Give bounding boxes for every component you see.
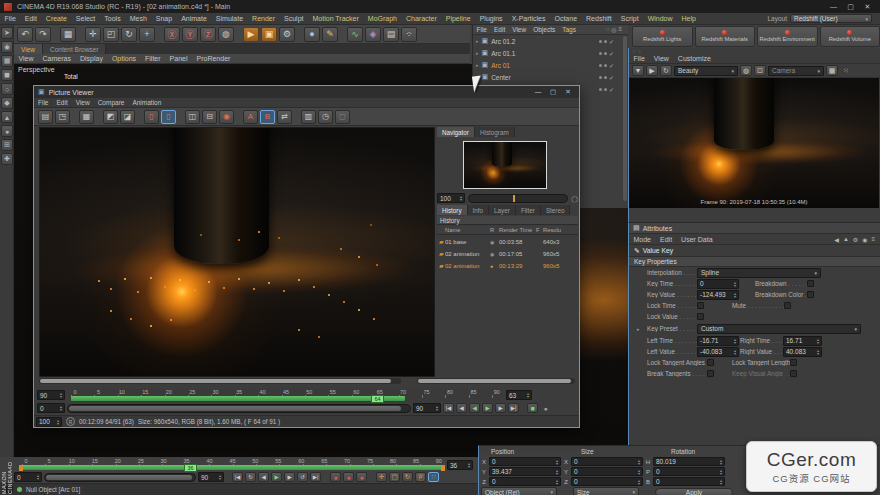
- pv-minimize-icon[interactable]: —: [531, 88, 545, 96]
- stepper-icon[interactable]: [817, 349, 819, 355]
- menu-animate[interactable]: Animate: [177, 15, 212, 22]
- current-frame-field[interactable]: 36: [447, 460, 473, 470]
- expand-icon[interactable]: ▸: [637, 326, 640, 332]
- close-icon[interactable]: ✕: [859, 0, 876, 13]
- lock-tangent-lengths-checkbox[interactable]: [790, 359, 797, 366]
- stepper-icon[interactable]: [57, 419, 59, 425]
- menu-character[interactable]: Character: [402, 15, 442, 22]
- restart-render-icon[interactable]: ↻: [660, 65, 672, 76]
- stepper-icon[interactable]: [556, 459, 558, 465]
- new-material-icon[interactable]: ●: [304, 27, 320, 42]
- redshift-lights-button[interactable]: Redshift Lights: [632, 26, 693, 47]
- pv-menu-animation[interactable]: Animation: [128, 99, 165, 106]
- set-b-icon[interactable]: B: [260, 110, 275, 124]
- enabled-check-icon[interactable]: ✓: [609, 74, 614, 81]
- render-settings-icon[interactable]: ⚙: [279, 27, 295, 42]
- range-thumb[interactable]: [69, 406, 401, 411]
- layout-dropdown[interactable]: Redshift (User)▾: [790, 14, 872, 23]
- vp-menu-view[interactable]: View: [14, 55, 38, 62]
- range-start-field[interactable]: 0: [14, 472, 42, 482]
- right-time-field[interactable]: 16.71: [783, 336, 822, 346]
- pv-range-end-field[interactable]: 90: [413, 403, 441, 413]
- main-timeline-ruler[interactable]: 051015202530354045505560657075808590 36: [22, 458, 443, 471]
- stepper-icon[interactable]: [720, 459, 722, 465]
- stereo-icon[interactable]: ◻: [335, 110, 350, 124]
- record-scale-icon[interactable]: ▢: [389, 472, 400, 482]
- prev-frame-icon[interactable]: ◀: [258, 472, 269, 482]
- stepper-icon[interactable]: [37, 474, 39, 480]
- pv-zoom-field[interactable]: 100: [36, 417, 62, 427]
- pv-timeline-ruler[interactable]: 051015202530354045505560657075808590 64: [71, 389, 501, 402]
- scrollbar-thumb[interactable]: [418, 379, 571, 383]
- history-row-1[interactable]: ▰ 01 base ◉ 00:03:58 640x3: [437, 236, 578, 247]
- left-value-field[interactable]: -40.083: [697, 347, 739, 357]
- menu-xparticles[interactable]: X-Particles: [507, 15, 550, 22]
- nav-zoom-slider[interactable]: [468, 194, 568, 203]
- stepper-icon[interactable]: [720, 469, 722, 475]
- col-name[interactable]: Name: [437, 227, 490, 233]
- rotate-icon[interactable]: ↻: [121, 27, 137, 42]
- pv-menu-file[interactable]: File: [34, 99, 52, 106]
- render-dot[interactable]: [604, 40, 607, 43]
- stepper-icon[interactable]: [556, 479, 558, 485]
- tab-info[interactable]: Info: [468, 205, 490, 215]
- axis-mode-icon[interactable]: ●: [1, 125, 13, 137]
- stepper-icon[interactable]: [638, 459, 640, 465]
- compare-b-icon[interactable]: ◪: [120, 110, 135, 124]
- history-row-3-selected[interactable]: ▰ 02 animation ● 00:13:29 960x5: [437, 260, 578, 271]
- shader-pen-icon[interactable]: ✎: [322, 27, 338, 42]
- stepper-icon[interactable]: [527, 392, 529, 398]
- viewport-camera-label[interactable]: Perspective: [18, 66, 55, 73]
- histogram-icon[interactable]: ▥: [301, 110, 316, 124]
- rotation-p-field[interactable]: 0: [653, 467, 725, 476]
- om-menu-tags[interactable]: Tags: [559, 26, 580, 33]
- render-view-icon[interactable]: ▶: [243, 27, 259, 42]
- tab-history[interactable]: History: [437, 205, 468, 215]
- tab-histogram[interactable]: Histogram: [475, 127, 515, 137]
- visibility-dot[interactable]: [599, 64, 602, 67]
- reset-zoom-icon[interactable]: ◯: [571, 195, 578, 202]
- texture-mode-icon[interactable]: ▦: [1, 55, 13, 67]
- menu-pipeline[interactable]: Pipeline: [441, 15, 475, 22]
- goto-end-icon[interactable]: ▶|: [310, 472, 321, 482]
- rv-menu-file[interactable]: File: [629, 55, 649, 62]
- aov-dropdown[interactable]: Beauty▾: [674, 66, 738, 76]
- open-image-icon[interactable]: ▤: [38, 110, 53, 124]
- expand-icon[interactable]: ▸: [476, 50, 479, 56]
- object-row-center[interactable]: ▸▣ Center ✓: [473, 71, 628, 83]
- right-value-field[interactable]: 40.083: [783, 347, 822, 357]
- om-menu-view[interactable]: View: [509, 26, 530, 33]
- menu-redshift[interactable]: Redshift: [582, 15, 617, 22]
- environment-icon[interactable]: ▤: [383, 27, 399, 42]
- render-dot[interactable]: [604, 52, 607, 55]
- menu-file[interactable]: File: [0, 15, 20, 22]
- vp-menu-prorender[interactable]: ProRender: [192, 55, 235, 62]
- pv-stop-icon[interactable]: ■: [527, 403, 538, 413]
- model-mode-icon[interactable]: ◉: [1, 41, 13, 53]
- snap-icon[interactable]: ⊞: [1, 139, 13, 151]
- om-menu-icon[interactable]: ≡: [618, 26, 622, 33]
- menu-motion-tracker[interactable]: Motion Tracker: [308, 15, 363, 22]
- expand-icon[interactable]: ▸: [476, 38, 479, 44]
- left-time-field[interactable]: -16.71: [697, 336, 739, 346]
- expand-icon[interactable]: ▸: [476, 62, 479, 68]
- pv-playhead[interactable]: 64: [371, 395, 384, 403]
- interpolation-dropdown[interactable]: Spline▾: [697, 268, 821, 278]
- stepper-icon[interactable]: [556, 469, 558, 475]
- rotation-b-field[interactable]: 0: [653, 477, 725, 486]
- polygons-mode-icon[interactable]: ▲: [1, 111, 13, 123]
- pv-next-frame-icon[interactable]: ▶: [495, 403, 506, 413]
- menu-mesh[interactable]: Mesh: [125, 15, 151, 22]
- attr-up-icon[interactable]: ▲: [843, 236, 849, 243]
- tab-view[interactable]: View: [14, 44, 43, 54]
- vp-menu-filter[interactable]: Filter: [141, 55, 166, 62]
- pv-menu-compare[interactable]: Compare: [94, 99, 129, 106]
- renderview-image[interactable]: Frame 90: 2019-07-18 10:50:35 (10.4M): [629, 78, 879, 208]
- live-selection-icon[interactable]: ▦: [60, 27, 76, 42]
- range-slider[interactable]: [44, 473, 196, 482]
- om-menu-file[interactable]: File: [473, 26, 490, 33]
- stepper-icon[interactable]: [734, 338, 736, 344]
- om-scrollbar[interactable]: [623, 36, 627, 201]
- enabled-check-icon[interactable]: ✓: [609, 86, 614, 93]
- render-picture-viewer-icon[interactable]: ▣: [261, 27, 277, 42]
